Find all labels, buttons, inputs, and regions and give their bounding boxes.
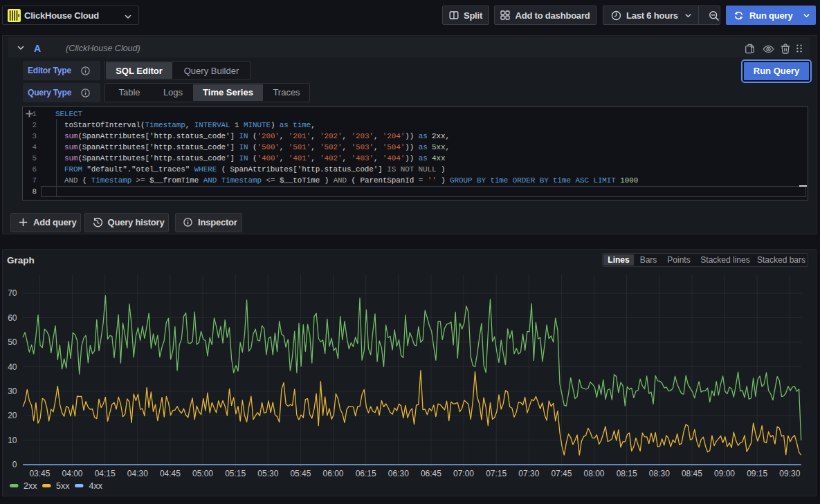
svg-text:05:30: 05:30 <box>257 469 278 478</box>
svg-text:70: 70 <box>8 288 17 298</box>
svg-text:50: 50 <box>8 337 17 347</box>
svg-text:08:00: 08:00 <box>583 469 604 478</box>
svg-text:05:00: 05:00 <box>192 469 213 478</box>
svg-text:04:30: 04:30 <box>127 469 148 478</box>
svg-text:5xx: 5xx <box>56 481 70 491</box>
svg-text:03:45: 03:45 <box>29 469 50 478</box>
svg-text:08:45: 08:45 <box>682 469 702 478</box>
svg-text:06:45: 06:45 <box>421 469 441 478</box>
svg-text:09:00: 09:00 <box>714 469 735 478</box>
svg-text:4xx: 4xx <box>89 481 103 491</box>
svg-text:07:30: 07:30 <box>518 469 539 478</box>
svg-text:07:45: 07:45 <box>551 469 572 478</box>
svg-text:08:30: 08:30 <box>649 469 670 478</box>
svg-text:04:15: 04:15 <box>95 469 116 478</box>
svg-text:0: 0 <box>12 460 17 469</box>
svg-text:07:15: 07:15 <box>486 469 507 478</box>
svg-text:07:00: 07:00 <box>453 469 474 478</box>
svg-text:2xx: 2xx <box>24 481 37 491</box>
svg-text:06:15: 06:15 <box>356 469 376 478</box>
svg-text:09:15: 09:15 <box>747 469 767 478</box>
svg-text:09:30: 09:30 <box>779 469 800 478</box>
svg-text:05:15: 05:15 <box>225 469 246 478</box>
svg-text:04:00: 04:00 <box>62 469 82 478</box>
svg-text:04:45: 04:45 <box>160 469 181 478</box>
svg-text:30: 30 <box>8 386 17 396</box>
svg-text:20: 20 <box>8 411 17 420</box>
svg-text:60: 60 <box>8 313 17 323</box>
svg-text:06:30: 06:30 <box>388 469 409 478</box>
svg-text:40: 40 <box>8 362 17 372</box>
svg-text:06:00: 06:00 <box>322 469 343 478</box>
svg-text:05:45: 05:45 <box>290 469 311 478</box>
svg-text:08:15: 08:15 <box>617 469 637 478</box>
svg-text:10: 10 <box>8 436 17 445</box>
